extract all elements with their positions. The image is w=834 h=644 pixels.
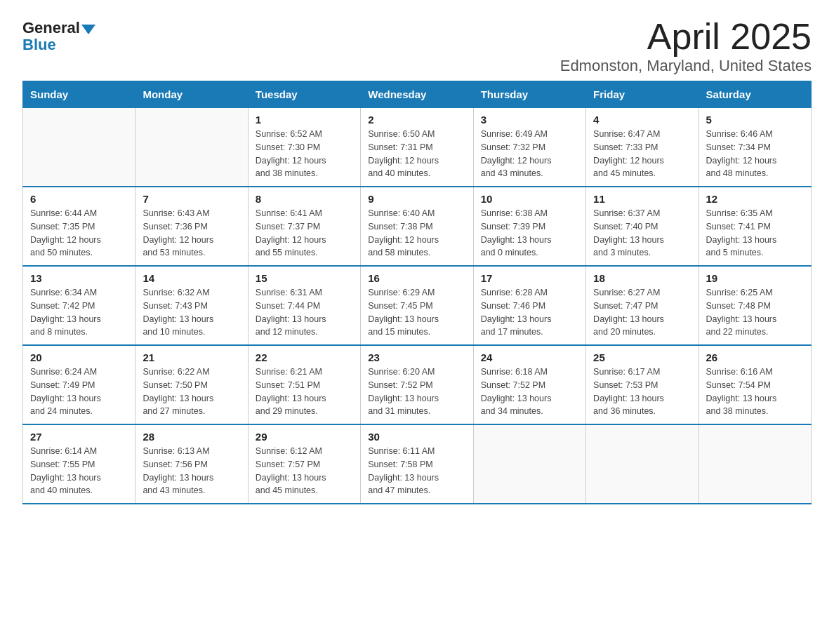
logo-arrow-icon <box>81 25 95 34</box>
calendar-week-row: 6Sunrise: 6:44 AM Sunset: 7:35 PM Daylig… <box>23 187 812 266</box>
day-info: Sunrise: 6:22 AM Sunset: 7:50 PM Dayligh… <box>143 365 240 418</box>
day-info: Sunrise: 6:13 AM Sunset: 7:56 PM Dayligh… <box>143 445 240 497</box>
calendar-table: SundayMondayTuesdayWednesdayThursdayFrid… <box>22 81 812 504</box>
day-info: Sunrise: 6:31 AM Sunset: 7:44 PM Dayligh… <box>256 286 353 339</box>
day-info: Sunrise: 6:38 AM Sunset: 7:39 PM Dayligh… <box>481 207 578 260</box>
calendar-cell <box>135 108 248 187</box>
calendar-cell: 19Sunrise: 6:25 AM Sunset: 7:48 PM Dayli… <box>699 266 811 345</box>
day-info: Sunrise: 6:35 AM Sunset: 7:41 PM Dayligh… <box>706 207 804 260</box>
day-info: Sunrise: 6:16 AM Sunset: 7:54 PM Dayligh… <box>706 365 804 418</box>
day-info: Sunrise: 6:41 AM Sunset: 7:37 PM Dayligh… <box>256 207 353 260</box>
day-info: Sunrise: 6:47 AM Sunset: 7:33 PM Dayligh… <box>593 128 691 180</box>
calendar-cell: 24Sunrise: 6:18 AM Sunset: 7:52 PM Dayli… <box>473 345 585 424</box>
calendar-cell: 22Sunrise: 6:21 AM Sunset: 7:51 PM Dayli… <box>248 345 360 424</box>
page-header: General Blue April 2025 Edmonston, Maryl… <box>22 17 812 75</box>
weekday-header-sunday: Sunday <box>23 81 135 108</box>
calendar-cell: 30Sunrise: 6:11 AM Sunset: 7:58 PM Dayli… <box>361 424 473 504</box>
calendar-cell: 28Sunrise: 6:13 AM Sunset: 7:56 PM Dayli… <box>135 424 248 504</box>
day-info: Sunrise: 6:37 AM Sunset: 7:40 PM Dayligh… <box>593 207 691 260</box>
day-info: Sunrise: 6:34 AM Sunset: 7:42 PM Dayligh… <box>30 286 128 339</box>
weekday-header-saturday: Saturday <box>699 81 811 108</box>
day-info: Sunrise: 6:32 AM Sunset: 7:43 PM Dayligh… <box>143 286 240 339</box>
weekday-header-thursday: Thursday <box>473 81 585 108</box>
day-info: Sunrise: 6:28 AM Sunset: 7:46 PM Dayligh… <box>481 286 578 339</box>
calendar-cell: 20Sunrise: 6:24 AM Sunset: 7:49 PM Dayli… <box>23 345 135 424</box>
calendar-cell: 4Sunrise: 6:47 AM Sunset: 7:33 PM Daylig… <box>586 108 699 187</box>
calendar-week-row: 20Sunrise: 6:24 AM Sunset: 7:49 PM Dayli… <box>23 345 812 424</box>
day-info: Sunrise: 6:44 AM Sunset: 7:35 PM Dayligh… <box>30 207 128 260</box>
calendar-cell: 26Sunrise: 6:16 AM Sunset: 7:54 PM Dayli… <box>699 345 811 424</box>
calendar-cell: 9Sunrise: 6:40 AM Sunset: 7:38 PM Daylig… <box>361 187 473 266</box>
day-number: 10 <box>481 193 578 205</box>
day-number: 26 <box>706 351 804 363</box>
day-info: Sunrise: 6:14 AM Sunset: 7:55 PM Dayligh… <box>30 445 128 497</box>
day-info: Sunrise: 6:46 AM Sunset: 7:34 PM Dayligh… <box>706 128 804 180</box>
day-info: Sunrise: 6:49 AM Sunset: 7:32 PM Dayligh… <box>481 128 578 180</box>
calendar-week-row: 1Sunrise: 6:52 AM Sunset: 7:30 PM Daylig… <box>23 108 812 187</box>
calendar-cell: 21Sunrise: 6:22 AM Sunset: 7:50 PM Dayli… <box>135 345 248 424</box>
day-info: Sunrise: 6:25 AM Sunset: 7:48 PM Dayligh… <box>706 286 804 339</box>
day-number: 25 <box>593 351 691 363</box>
day-number: 4 <box>593 114 691 126</box>
calendar-cell: 25Sunrise: 6:17 AM Sunset: 7:53 PM Dayli… <box>586 345 699 424</box>
calendar-cell: 10Sunrise: 6:38 AM Sunset: 7:39 PM Dayli… <box>473 187 585 266</box>
calendar-cell: 14Sunrise: 6:32 AM Sunset: 7:43 PM Dayli… <box>135 266 248 345</box>
day-number: 27 <box>30 431 128 443</box>
day-info: Sunrise: 6:11 AM Sunset: 7:58 PM Dayligh… <box>368 445 465 497</box>
calendar-cell: 29Sunrise: 6:12 AM Sunset: 7:57 PM Dayli… <box>248 424 360 504</box>
day-number: 11 <box>593 193 691 205</box>
day-info: Sunrise: 6:17 AM Sunset: 7:53 PM Dayligh… <box>593 365 691 418</box>
calendar-cell: 12Sunrise: 6:35 AM Sunset: 7:41 PM Dayli… <box>699 187 811 266</box>
weekday-header-monday: Monday <box>135 81 248 108</box>
weekday-header-tuesday: Tuesday <box>248 81 360 108</box>
calendar-cell: 27Sunrise: 6:14 AM Sunset: 7:55 PM Dayli… <box>23 424 135 504</box>
weekday-header-row: SundayMondayTuesdayWednesdayThursdayFrid… <box>23 81 812 108</box>
day-number: 14 <box>143 272 240 284</box>
calendar-cell <box>473 424 585 504</box>
day-number: 17 <box>481 272 578 284</box>
page-subtitle: Edmonston, Maryland, United States <box>560 57 812 75</box>
calendar-cell: 16Sunrise: 6:29 AM Sunset: 7:45 PM Dayli… <box>361 266 473 345</box>
day-number: 21 <box>143 351 240 363</box>
weekday-header-friday: Friday <box>586 81 699 108</box>
day-number: 6 <box>30 193 128 205</box>
day-number: 15 <box>256 272 353 284</box>
calendar-cell <box>699 424 811 504</box>
day-number: 12 <box>706 193 804 205</box>
calendar-week-row: 13Sunrise: 6:34 AM Sunset: 7:42 PM Dayli… <box>23 266 812 345</box>
day-info: Sunrise: 6:12 AM Sunset: 7:57 PM Dayligh… <box>256 445 353 497</box>
day-number: 13 <box>30 272 128 284</box>
calendar-cell: 7Sunrise: 6:43 AM Sunset: 7:36 PM Daylig… <box>135 187 248 266</box>
day-number: 9 <box>368 193 465 205</box>
day-number: 20 <box>30 351 128 363</box>
day-number: 1 <box>256 114 353 126</box>
weekday-header-wednesday: Wednesday <box>361 81 473 108</box>
logo-blue-text: Blue <box>22 36 56 53</box>
day-info: Sunrise: 6:24 AM Sunset: 7:49 PM Dayligh… <box>30 365 128 418</box>
page-title: April 2025 <box>560 17 812 57</box>
calendar-cell: 18Sunrise: 6:27 AM Sunset: 7:47 PM Dayli… <box>586 266 699 345</box>
logo: General Blue <box>22 20 97 53</box>
calendar-cell: 11Sunrise: 6:37 AM Sunset: 7:40 PM Dayli… <box>586 187 699 266</box>
day-info: Sunrise: 6:21 AM Sunset: 7:51 PM Dayligh… <box>256 365 353 418</box>
calendar-cell: 5Sunrise: 6:46 AM Sunset: 7:34 PM Daylig… <box>699 108 811 187</box>
logo-general-text: General <box>22 20 80 36</box>
day-number: 22 <box>256 351 353 363</box>
day-info: Sunrise: 6:50 AM Sunset: 7:31 PM Dayligh… <box>368 128 465 180</box>
calendar-cell: 2Sunrise: 6:50 AM Sunset: 7:31 PM Daylig… <box>361 108 473 187</box>
day-info: Sunrise: 6:52 AM Sunset: 7:30 PM Dayligh… <box>256 128 353 180</box>
calendar-cell: 3Sunrise: 6:49 AM Sunset: 7:32 PM Daylig… <box>473 108 585 187</box>
day-info: Sunrise: 6:20 AM Sunset: 7:52 PM Dayligh… <box>368 365 465 418</box>
calendar-cell: 23Sunrise: 6:20 AM Sunset: 7:52 PM Dayli… <box>361 345 473 424</box>
calendar-cell: 15Sunrise: 6:31 AM Sunset: 7:44 PM Dayli… <box>248 266 360 345</box>
day-number: 7 <box>143 193 240 205</box>
calendar-cell: 6Sunrise: 6:44 AM Sunset: 7:35 PM Daylig… <box>23 187 135 266</box>
day-info: Sunrise: 6:29 AM Sunset: 7:45 PM Dayligh… <box>368 286 465 339</box>
day-number: 23 <box>368 351 465 363</box>
day-number: 30 <box>368 431 465 443</box>
day-number: 28 <box>143 431 240 443</box>
day-info: Sunrise: 6:18 AM Sunset: 7:52 PM Dayligh… <box>481 365 578 418</box>
calendar-cell: 13Sunrise: 6:34 AM Sunset: 7:42 PM Dayli… <box>23 266 135 345</box>
day-number: 5 <box>706 114 804 126</box>
day-number: 29 <box>256 431 353 443</box>
